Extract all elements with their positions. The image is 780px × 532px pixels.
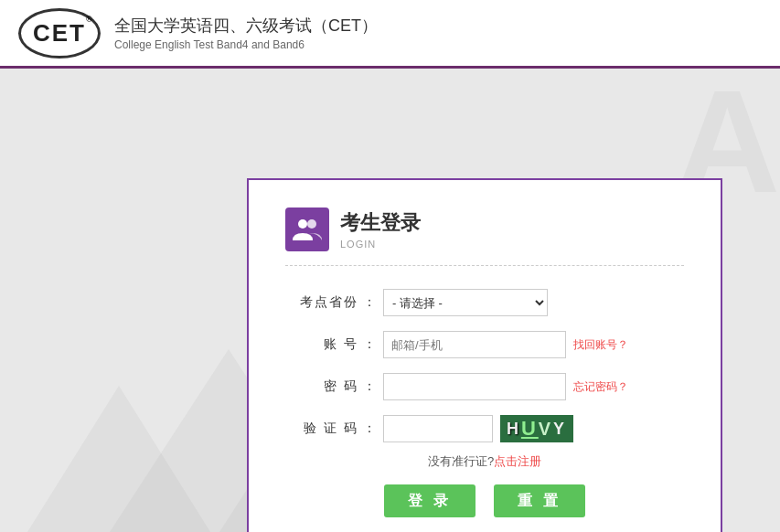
no-account-text: 没有准行证? <box>428 454 494 468</box>
background-area: A 考生登录 LOGIN 考点省份 ： - 请选择 - <box>0 69 780 532</box>
province-colon: ： <box>363 294 376 311</box>
svg-point-0 <box>298 219 307 229</box>
login-title-en: LOGIN <box>340 239 421 250</box>
login-button[interactable]: 登 录 <box>384 484 475 517</box>
captcha-input[interactable] <box>383 415 493 442</box>
logo-oval: CET ® <box>18 8 101 59</box>
password-input[interactable] <box>383 373 566 400</box>
svg-point-1 <box>307 219 316 229</box>
password-colon: ： <box>363 378 376 395</box>
users-svg-icon <box>293 217 322 242</box>
captcha-image[interactable]: H U V Y <box>500 415 573 442</box>
logo-wrapper: CET ® 全国大学英语四、六级考试（CET） College English … <box>18 8 378 59</box>
header-text-block: 全国大学英语四、六级考试（CET） College English Test B… <box>114 15 378 51</box>
login-header: 考生登录 LOGIN <box>285 207 684 266</box>
province-label: 考点省份 <box>285 294 358 311</box>
header-subtitle: College English Test Band4 and Band6 <box>114 38 378 51</box>
account-label: 账 号 <box>285 336 358 353</box>
account-colon: ： <box>363 336 376 353</box>
province-row: 考点省份 ： - 请选择 - <box>285 289 684 316</box>
password-label: 密 码 <box>285 378 358 395</box>
login-title-zh: 考生登录 <box>340 209 421 237</box>
captcha-char-u: U <box>521 417 539 441</box>
login-box: 考生登录 LOGIN 考点省份 ： - 请选择 - 账 号 ： 找回账号？ 密 … <box>247 178 722 532</box>
header-title: 全国大学英语四、六级考试（CET） <box>114 15 378 37</box>
captcha-colon: ： <box>363 420 376 437</box>
captcha-label: 验 证 码 <box>285 420 358 437</box>
password-row: 密 码 ： 忘记密码？ <box>285 373 684 400</box>
captcha-char-v: V <box>539 419 553 440</box>
login-title-block: 考生登录 LOGIN <box>340 209 421 250</box>
reset-button[interactable]: 重 置 <box>494 484 585 517</box>
account-input[interactable] <box>383 331 566 358</box>
login-user-icon <box>285 207 329 251</box>
logo-text: CET <box>33 19 86 48</box>
btn-row: 登 录 重 置 <box>285 484 684 517</box>
find-account-link[interactable]: 找回账号？ <box>573 337 628 353</box>
account-row: 账 号 ： 找回账号？ <box>285 331 684 358</box>
province-select[interactable]: - 请选择 - <box>383 289 548 316</box>
forgot-password-link[interactable]: 忘记密码？ <box>573 379 628 395</box>
captcha-char-y: Y <box>553 420 567 439</box>
register-link[interactable]: 点击注册 <box>494 454 541 468</box>
page-header: CET ® 全国大学英语四、六级考试（CET） College English … <box>0 0 780 69</box>
captcha-row: 验 证 码 ： H U V Y <box>285 415 684 442</box>
captcha-char-h: H <box>507 420 521 439</box>
logo-registered: ® <box>86 15 92 24</box>
register-link-row: 没有准行证?点击注册 <box>285 453 684 470</box>
